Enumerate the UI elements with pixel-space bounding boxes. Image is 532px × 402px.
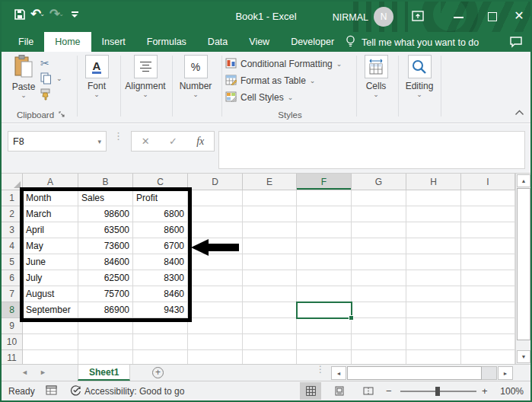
- cell-I9[interactable]: [461, 318, 515, 334]
- tabbar-splitter[interactable]: ⋮: [316, 367, 325, 372]
- column-header-D[interactable]: D: [188, 174, 243, 190]
- column-header-A[interactable]: A: [23, 174, 78, 190]
- cell-I11[interactable]: [461, 350, 515, 364]
- cut-icon[interactable]: ✂: [40, 57, 49, 69]
- zoom-slider-thumb[interactable]: [435, 387, 440, 396]
- horizontal-scrollbar-thumb[interactable]: [347, 366, 482, 380]
- tab-insert[interactable]: Insert: [91, 32, 136, 52]
- column-header-B[interactable]: B: [78, 174, 133, 190]
- tab-file[interactable]: File: [8, 32, 44, 52]
- zoom-in-icon[interactable]: +: [482, 385, 488, 397]
- column-header-F[interactable]: F: [297, 174, 352, 190]
- cell-B9[interactable]: [78, 318, 133, 334]
- cell-B8[interactable]: 86900: [78, 302, 133, 318]
- cell-C2[interactable]: 6800: [133, 206, 188, 222]
- maximize-button[interactable]: [488, 12, 497, 21]
- cell-A7[interactable]: August: [23, 286, 78, 302]
- row-header-4[interactable]: 4: [2, 238, 23, 254]
- cell-F10[interactable]: [297, 334, 352, 350]
- cell-D5[interactable]: [188, 254, 243, 270]
- copy-icon[interactable]: [40, 72, 52, 87]
- close-button[interactable]: ✕: [511, 8, 527, 23]
- paste-button[interactable]: Paste ⌄: [8, 55, 40, 99]
- cells-dropdown-icon[interactable]: ⌄: [373, 91, 379, 98]
- name-box[interactable]: F8 ▾: [8, 131, 107, 152]
- formula-bar-resize-handle[interactable]: ⋮: [113, 133, 123, 139]
- cell-I8[interactable]: [461, 302, 515, 318]
- insert-function-icon[interactable]: fx: [196, 136, 204, 148]
- cell-H10[interactable]: [406, 334, 461, 350]
- minimize-button[interactable]: [454, 17, 464, 18]
- cell-I6[interactable]: [461, 270, 515, 286]
- cell-I5[interactable]: [461, 254, 515, 270]
- cell-H2[interactable]: [406, 206, 461, 222]
- normal-view-button[interactable]: [300, 382, 321, 400]
- alignment-group-button[interactable]: Alignment ⌄: [123, 55, 167, 98]
- cancel-icon[interactable]: ✕: [142, 136, 150, 147]
- cell-E5[interactable]: [243, 254, 297, 270]
- customize-qat-icon[interactable]: [72, 11, 78, 18]
- cell-B11[interactable]: [78, 350, 133, 364]
- tab-home[interactable]: Home: [44, 32, 91, 52]
- cell-G7[interactable]: [352, 286, 406, 302]
- cell-styles-dropdown-icon[interactable]: ⌄: [288, 94, 294, 101]
- cell-A3[interactable]: April: [23, 222, 78, 238]
- cell-D6[interactable]: [188, 270, 243, 286]
- cell-E1[interactable]: [243, 190, 297, 206]
- cell-G4[interactable]: [352, 238, 406, 254]
- cell-F3[interactable]: [297, 222, 352, 238]
- cell-D3[interactable]: [188, 222, 243, 238]
- cell-H9[interactable]: [406, 318, 461, 334]
- cells-group-button[interactable]: Cells ⌄: [356, 55, 396, 98]
- cell-D7[interactable]: [188, 286, 243, 302]
- sheet-tab-sheet1[interactable]: Sheet1: [78, 365, 130, 381]
- cell-D2[interactable]: [188, 206, 243, 222]
- tab-data[interactable]: Data: [197, 32, 238, 52]
- column-header-C[interactable]: C: [133, 174, 188, 190]
- column-header-G[interactable]: G: [352, 174, 406, 190]
- cell-D11[interactable]: [188, 350, 243, 364]
- accessibility-status[interactable]: Accessibility: Good to go: [70, 384, 184, 398]
- cell-E7[interactable]: [243, 286, 297, 302]
- cell-C1[interactable]: Profit: [133, 190, 188, 206]
- cell-H5[interactable]: [406, 254, 461, 270]
- cell-A8[interactable]: September: [23, 302, 78, 318]
- share-comment-icon[interactable]: [509, 36, 523, 51]
- cell-F9[interactable]: [297, 318, 352, 334]
- next-sheet-icon[interactable]: ►: [40, 368, 46, 376]
- number-group-button[interactable]: % Number ⌄: [174, 55, 217, 98]
- row-header-1[interactable]: 1: [2, 190, 23, 206]
- cell-styles-button[interactable]: Cell Styles ⌄: [225, 89, 342, 106]
- cell-B5[interactable]: 84600: [78, 254, 133, 270]
- tab-view[interactable]: View: [238, 32, 280, 52]
- row-header-6[interactable]: 6: [2, 270, 23, 286]
- cell-E8[interactable]: [243, 302, 297, 318]
- cell-F8[interactable]: [297, 302, 352, 318]
- redo-button[interactable]: ↷⌄: [49, 8, 64, 21]
- avatar[interactable]: N: [374, 7, 393, 27]
- cell-I10[interactable]: [461, 334, 515, 350]
- page-layout-view-button[interactable]: [329, 382, 350, 400]
- scroll-left-icon[interactable]: ◄: [331, 366, 346, 380]
- cell-F6[interactable]: [297, 270, 352, 286]
- cell-A6[interactable]: July: [23, 270, 78, 286]
- row-header-9[interactable]: 9: [2, 318, 23, 334]
- cell-I4[interactable]: [461, 238, 515, 254]
- cell-G10[interactable]: [352, 334, 406, 350]
- cell-C10[interactable]: [133, 334, 188, 350]
- new-sheet-icon[interactable]: +: [152, 367, 164, 378]
- cell-D10[interactable]: [188, 334, 243, 350]
- ribbon-display-options-icon[interactable]: [412, 11, 424, 25]
- cell-G9[interactable]: [352, 318, 406, 334]
- cell-H3[interactable]: [406, 222, 461, 238]
- clipboard-dialog-launcher-icon[interactable]: [59, 110, 65, 120]
- cell-C9[interactable]: [133, 318, 188, 334]
- cell-C7[interactable]: 8460: [133, 286, 188, 302]
- cell-B7[interactable]: 75700: [78, 286, 133, 302]
- undo-button[interactable]: ↶⌄: [30, 8, 45, 21]
- cell-I2[interactable]: [461, 206, 515, 222]
- cell-B1[interactable]: Sales: [78, 190, 133, 206]
- editing-dropdown-icon[interactable]: ⌄: [416, 91, 422, 98]
- row-header-8[interactable]: 8: [2, 302, 23, 318]
- vertical-scrollbar[interactable]: ▲ ▼: [515, 174, 530, 364]
